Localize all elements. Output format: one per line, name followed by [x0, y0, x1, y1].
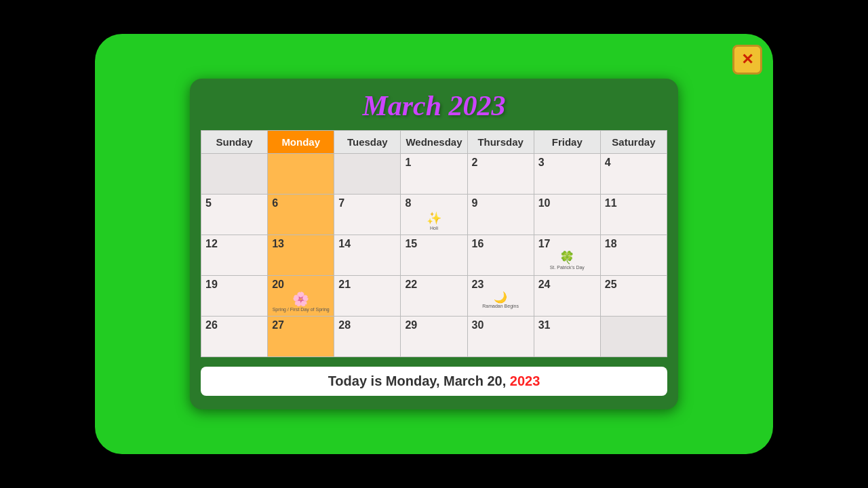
day-number: 11 — [605, 197, 617, 209]
calendar-week-row: 1920🌸Spring / First Day of Spring212223🌙… — [201, 276, 667, 317]
calendar-cell: 7 — [334, 195, 401, 235]
calendar-title: March 2023 — [201, 89, 667, 122]
calendar-cell: 13 — [268, 235, 334, 276]
day-number: 4 — [605, 157, 611, 168]
day-number: 22 — [405, 279, 417, 290]
calendar-cell: 5 — [201, 195, 268, 235]
day-number: 18 — [605, 238, 617, 249]
close-button[interactable]: ✕ — [732, 45, 762, 75]
day-number: 24 — [538, 279, 551, 290]
calendar-cell: 16 — [467, 235, 534, 276]
calendar-cell: 17🍀St. Patrick's Day — [534, 235, 600, 276]
day-number: 6 — [272, 197, 278, 209]
spring-icon: 🌸 — [272, 291, 330, 307]
calendar-cell: 18 — [600, 235, 667, 276]
calendar-cell: 15 — [401, 235, 467, 276]
event-label: Holi — [405, 226, 462, 231]
calendar-cell: 21 — [334, 276, 401, 317]
calendar-week-row: 5678✨Holi91011 — [201, 195, 667, 235]
day-header-wednesday: Wednesday — [401, 131, 467, 154]
day-number: 29 — [405, 319, 417, 331]
calendar-cell: 2 — [467, 154, 534, 195]
calendar-cell: 22 — [401, 276, 467, 317]
day-number: 17 — [538, 238, 551, 249]
calendar-cell: 30 — [467, 317, 534, 357]
calendar-cell: 3 — [534, 154, 600, 195]
calendar-cell: 14 — [334, 235, 401, 276]
calendar-week-row: 121314151617🍀St. Patrick's Day18 — [201, 235, 667, 276]
calendar-cell: 12 — [201, 235, 268, 276]
day-number: 1 — [405, 157, 411, 168]
event-label: St. Patrick's Day — [538, 265, 596, 270]
calendar-cell: 19 — [201, 276, 268, 317]
calendar-cell: 29 — [401, 317, 467, 357]
calendar-cell — [268, 154, 334, 195]
calendar-cell: 20🌸Spring / First Day of Spring — [268, 276, 334, 317]
day-number: 10 — [538, 197, 551, 209]
calendar-cell: 11 — [600, 195, 667, 235]
calendar-cell: 10 — [534, 195, 600, 235]
day-number: 8 — [405, 197, 411, 209]
calendar-body: 12345678✨Holi91011121314151617🍀St. Patri… — [201, 154, 667, 357]
calendar-cell — [600, 317, 667, 357]
calendar-cell: 28 — [334, 317, 401, 357]
days-header-row: SundayMondayTuesdayWednesdayThursdayFrid… — [201, 131, 667, 154]
day-number: 28 — [338, 319, 351, 331]
close-icon: ✕ — [741, 51, 753, 68]
today-bar: Today is Monday, March 20, 2023 — [201, 367, 667, 396]
day-number: 26 — [205, 319, 218, 331]
day-number: 5 — [205, 197, 212, 209]
day-number: 14 — [338, 238, 351, 249]
calendar-table: SundayMondayTuesdayWednesdayThursdayFrid… — [201, 130, 667, 357]
event-label: Ramadan Begins — [472, 304, 530, 309]
calendar-cell: 25 — [600, 276, 667, 317]
day-header-tuesday: Tuesday — [334, 131, 401, 154]
outer-background: ✕ March 2023 SundayMondayTuesdayWednesda… — [95, 34, 773, 454]
calendar-cell: 31 — [534, 317, 600, 357]
day-number: 3 — [538, 157, 545, 168]
ramadan-icon: 🌙 — [472, 291, 530, 304]
day-number: 23 — [472, 279, 484, 290]
stpatrick-icon: 🍀 — [538, 250, 596, 265]
day-number: 13 — [272, 238, 284, 249]
calendar-cell: 6 — [268, 195, 334, 235]
today-year: 2023 — [510, 373, 540, 388]
day-number: 31 — [538, 319, 551, 331]
calendar-cell: 27 — [268, 317, 334, 357]
day-header-thursday: Thursday — [467, 131, 534, 154]
calendar-cell: 26 — [201, 317, 268, 357]
calendar-cell — [201, 154, 268, 195]
calendar-cell: 4 — [600, 154, 667, 195]
day-header-saturday: Saturday — [600, 131, 667, 154]
calendar-cell — [334, 154, 401, 195]
calendar-cell: 23🌙Ramadan Begins — [467, 276, 534, 317]
calendar-cell: 8✨Holi — [401, 195, 467, 235]
day-header-sunday: Sunday — [201, 131, 268, 154]
day-number: 2 — [472, 157, 478, 168]
day-number: 9 — [472, 197, 478, 209]
day-number: 7 — [338, 197, 344, 209]
calendar-week-row: 262728293031 — [201, 317, 667, 357]
day-number: 21 — [338, 279, 351, 290]
today-text: Today is Monday, March 20, — [328, 373, 507, 388]
day-number: 30 — [472, 319, 484, 331]
calendar-week-row: 1234 — [201, 154, 667, 195]
day-number: 16 — [472, 238, 484, 249]
calendar-cell: 1 — [401, 154, 467, 195]
day-number: 27 — [272, 319, 284, 331]
day-number: 12 — [205, 238, 218, 249]
event-label: Spring / First Day of Spring — [272, 307, 330, 312]
holi-icon: ✨ — [405, 211, 462, 226]
day-number: 20 — [272, 279, 284, 290]
day-header-monday: Monday — [268, 131, 334, 154]
day-number: 25 — [605, 279, 617, 290]
day-header-friday: Friday — [534, 131, 600, 154]
day-number: 15 — [405, 238, 417, 249]
calendar-cell: 24 — [534, 276, 600, 317]
calendar-window: March 2023 SundayMondayTuesdayWednesdayT… — [190, 79, 678, 409]
calendar-cell: 9 — [467, 195, 534, 235]
day-number: 19 — [205, 279, 218, 290]
